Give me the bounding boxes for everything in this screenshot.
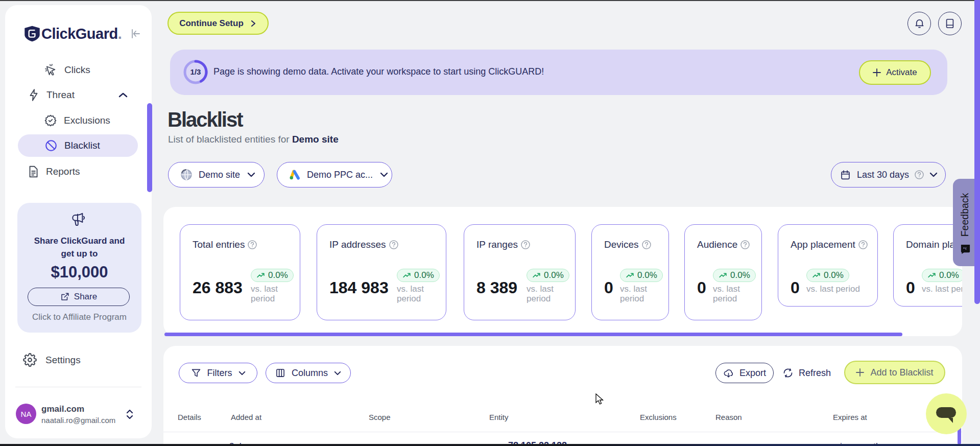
svg-text:1/3: 1/3 <box>190 67 201 76</box>
